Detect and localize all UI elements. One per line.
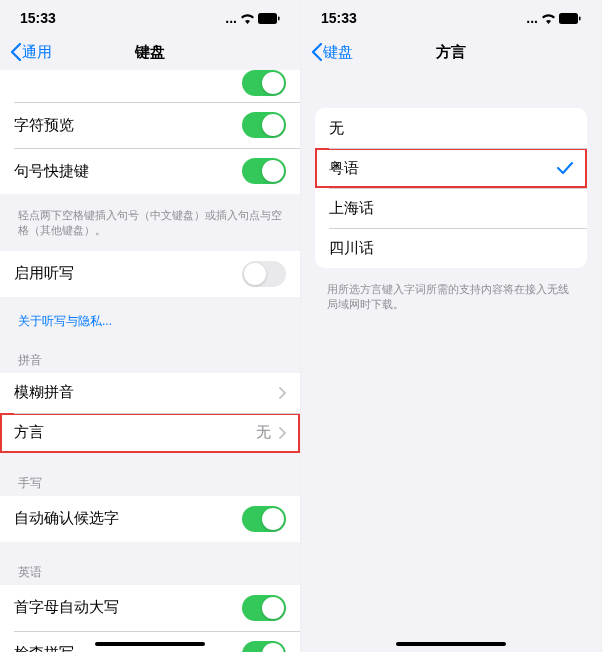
battery-icon bbox=[559, 13, 581, 24]
section-header-english: 英语 bbox=[0, 550, 300, 585]
dialect-option-sichuanese[interactable]: 四川话 bbox=[315, 228, 587, 268]
status-icons: ... bbox=[225, 10, 280, 26]
option-label: 无 bbox=[329, 119, 344, 138]
svg-rect-1 bbox=[278, 16, 280, 20]
dialect-option-none[interactable]: 无 bbox=[315, 108, 587, 148]
footer-text: 用所选方言键入字词所需的支持内容将在接入无线局域网时下载。 bbox=[301, 276, 601, 319]
chevron-right-icon bbox=[279, 387, 286, 399]
row-value: 无 bbox=[256, 423, 271, 442]
row-label: 方言 bbox=[14, 423, 44, 442]
cellular-icon: ... bbox=[526, 10, 538, 26]
setting-row-partial[interactable] bbox=[0, 70, 300, 102]
setting-row-auto-cap[interactable]: 首字母自动大写 bbox=[0, 585, 300, 631]
setting-row-dictation[interactable]: 启用听写 bbox=[0, 251, 300, 297]
row-label: 首字母自动大写 bbox=[14, 598, 119, 617]
svg-rect-0 bbox=[258, 13, 277, 24]
status-time: 15:33 bbox=[321, 10, 357, 26]
toggle-switch[interactable] bbox=[242, 595, 286, 621]
checkmark-icon bbox=[557, 161, 573, 175]
section-header-handwriting: 手写 bbox=[0, 461, 300, 496]
option-label: 四川话 bbox=[329, 239, 374, 258]
option-label: 上海话 bbox=[329, 199, 374, 218]
nav-bar: 键盘 方言 bbox=[301, 36, 601, 68]
setting-row-char-preview[interactable]: 字符预览 bbox=[0, 102, 300, 148]
dictation-privacy-link[interactable]: 关于听写与隐私... bbox=[0, 305, 300, 338]
back-label: 键盘 bbox=[323, 43, 353, 62]
dialect-option-shanghainese[interactable]: 上海话 bbox=[315, 188, 587, 228]
row-label: 启用听写 bbox=[14, 264, 74, 283]
section-header-pinyin: 拼音 bbox=[0, 338, 300, 373]
wifi-icon bbox=[240, 13, 255, 24]
battery-icon bbox=[258, 13, 280, 24]
status-bar: 15:33 ... bbox=[301, 0, 601, 36]
nav-bar: 通用 键盘 bbox=[0, 36, 300, 68]
svg-rect-3 bbox=[579, 16, 581, 20]
toggle-switch[interactable] bbox=[242, 158, 286, 184]
status-time: 15:33 bbox=[20, 10, 56, 26]
option-label: 粤语 bbox=[329, 159, 359, 178]
screen-dialect-settings: 15:33 ... 键盘 方言 无 粤语 上海话 四川话 bbox=[301, 0, 602, 652]
status-bar: 15:33 ... bbox=[0, 0, 300, 36]
setting-row-fuzzy-pinyin[interactable]: 模糊拼音 bbox=[0, 373, 300, 413]
chevron-left-icon bbox=[311, 43, 322, 61]
row-label: 句号快捷键 bbox=[14, 162, 89, 181]
row-label: 模糊拼音 bbox=[14, 383, 74, 402]
status-icons: ... bbox=[526, 10, 581, 26]
row-label: 检查拼写 bbox=[14, 644, 74, 652]
footer-text: 轻点两下空格键插入句号（中文键盘）或插入句点与空格（其他键盘）。 bbox=[0, 202, 300, 245]
chevron-left-icon bbox=[10, 43, 21, 61]
setting-row-auto-confirm[interactable]: 自动确认候选字 bbox=[0, 496, 300, 542]
back-button[interactable]: 通用 bbox=[10, 43, 52, 62]
row-label: 字符预览 bbox=[14, 116, 74, 135]
page-title: 键盘 bbox=[135, 43, 165, 62]
toggle-switch[interactable] bbox=[242, 70, 286, 96]
wifi-icon bbox=[541, 13, 556, 24]
row-label: 自动确认候选字 bbox=[14, 509, 119, 528]
cellular-icon: ... bbox=[225, 10, 237, 26]
setting-row-dialect[interactable]: 方言 无 bbox=[0, 413, 300, 453]
toggle-switch[interactable] bbox=[242, 112, 286, 138]
chevron-right-icon bbox=[279, 427, 286, 439]
toggle-switch[interactable] bbox=[242, 506, 286, 532]
screen-keyboard-settings: 15:33 ... 通用 键盘 字符预览 bbox=[0, 0, 301, 652]
setting-row-period-shortcut[interactable]: 句号快捷键 bbox=[0, 148, 300, 194]
home-indicator[interactable] bbox=[396, 642, 506, 646]
dialect-option-cantonese[interactable]: 粤语 bbox=[315, 148, 587, 188]
back-label: 通用 bbox=[22, 43, 52, 62]
dialect-option-group: 无 粤语 上海话 四川话 bbox=[315, 108, 587, 268]
home-indicator[interactable] bbox=[95, 642, 205, 646]
page-title: 方言 bbox=[436, 43, 466, 62]
toggle-switch[interactable] bbox=[242, 261, 286, 287]
back-button[interactable]: 键盘 bbox=[311, 43, 353, 62]
svg-rect-2 bbox=[559, 13, 578, 24]
toggle-switch[interactable] bbox=[242, 641, 286, 652]
